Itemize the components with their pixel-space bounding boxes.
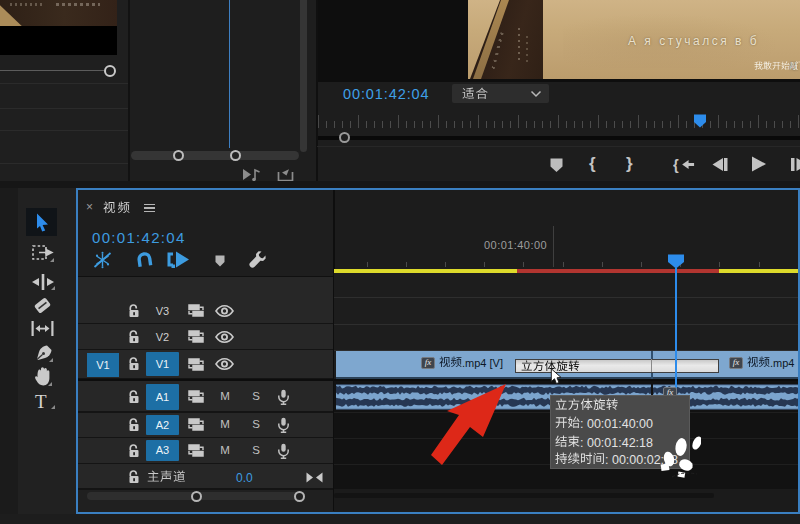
svg-text:.mp4: .mp4 <box>770 357 794 369</box>
svg-text:.mp4 [V]: .mp4 [V] <box>462 357 503 369</box>
svg-text:: 00:01:40:00: : 00:01:40:00 <box>580 417 653 431</box>
svg-text:: 00:01:42:18: : 00:01:42:18 <box>580 435 653 449</box>
svg-text:{: { <box>673 157 679 173</box>
